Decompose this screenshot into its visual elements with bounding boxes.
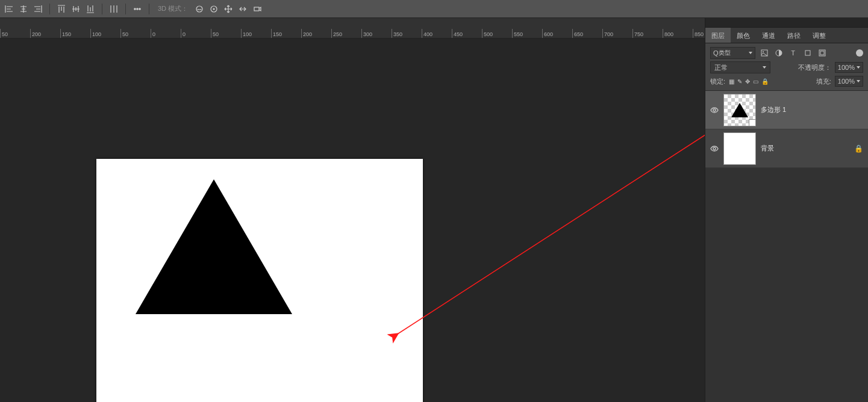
ruler-mark: 350 [392,29,422,39]
filter-image-icon[interactable] [759,48,770,58]
panel-tab-1[interactable]: 颜色 [731,28,756,43]
ruler-mark: 200 [30,29,60,39]
thumb-triangle [731,103,748,117]
svg-point-1 [137,8,138,9]
lock-transparency-icon[interactable]: ▦ [729,78,734,85]
visibility-eye-icon[interactable] [710,106,719,114]
ruler-mark: 50 [211,29,241,39]
3d-orbit-btn[interactable] [207,2,220,16]
panel-tab-2[interactable]: 通道 [756,28,781,43]
ruler-mark: 100 [241,29,271,39]
layer-thumbnail[interactable] [723,94,756,126]
ruler-mark: 700 [602,29,632,39]
filter-type-input[interactable] [719,50,749,57]
layer-list: 多边形 1背景🔒 [705,91,868,168]
panels-area: 图层颜色通道路径调整 Q T 正常 不透明度： 100% [705,18,868,402]
3d-rotate-btn[interactable] [193,2,206,16]
lock-paint-icon[interactable]: ✎ [737,78,742,85]
opacity-label: 不透明度： [798,63,831,72]
align-bottom-btn[interactable] [84,2,97,16]
shape-indicator-icon [749,119,756,126]
mode3d-label: 3D 模式： [158,4,188,13]
align-right-btn[interactable] [31,2,45,16]
lock-artboard-icon[interactable]: ▭ [753,78,758,85]
fill-label: 填充: [816,77,831,86]
lock-label: 锁定: [710,77,725,86]
ruler-horizontal: 5020015010050005010015020025030035040045… [0,29,705,39]
panel-tab-3[interactable]: 路径 [781,28,807,43]
ruler-mark: 150 [271,29,301,39]
layer-name-label[interactable]: 背景 [761,144,774,153]
svg-point-9 [763,51,764,52]
filter-shape-icon[interactable] [802,48,813,58]
document-canvas[interactable] [96,159,423,402]
lock-position-icon[interactable]: ✥ [745,78,750,85]
blend-mode-value: 正常 [714,63,728,72]
blend-mode-dropdown[interactable]: 正常 [710,61,770,73]
ruler-mark: 500 [482,29,512,39]
svg-point-2 [139,8,140,9]
panel-tabs: 图层颜色通道路径调整 [705,28,868,43]
layer-name-label[interactable]: 多边形 1 [761,105,786,114]
ruler-mark: 50 [120,29,151,39]
panel-tab-0[interactable]: 图层 [705,28,731,43]
ruler-mark: 50 [0,29,30,39]
filter-toggle[interactable] [856,49,863,57]
align-vcenter-btn[interactable] [69,2,83,16]
align-top-btn[interactable] [55,2,68,16]
filter-smart-icon[interactable] [817,48,828,58]
layer-item[interactable]: 多边形 1 [705,91,868,129]
ruler-mark: 0 [151,29,181,39]
more-options-btn[interactable] [131,2,144,16]
ruler-mark: 550 [512,29,542,39]
visibility-eye-icon[interactable] [710,144,719,153]
chevron-down-icon [763,66,766,69]
3d-pan-btn[interactable] [222,2,235,16]
3d-slide-btn[interactable] [236,2,249,16]
separator [102,4,102,14]
ruler-mark: 800 [663,29,693,39]
svg-point-0 [134,8,136,9]
lock-icon[interactable]: 🔒 [854,144,863,153]
panel-tab-4[interactable]: 调整 [807,28,832,43]
align-left-btn[interactable] [2,2,16,16]
ruler-mark: 300 [361,29,392,39]
opacity-value[interactable]: 100% [835,62,863,73]
svg-point-15 [713,147,716,150]
canvas-area[interactable] [0,39,705,402]
fill-value[interactable]: 100% [835,76,863,87]
separator [149,4,149,14]
filter-text-icon[interactable]: T [788,48,799,58]
layer-filter-type[interactable]: Q [710,47,755,59]
separator [49,4,50,14]
svg-point-14 [713,109,716,111]
layer-thumbnail[interactable] [723,132,756,165]
ruler-mark: 250 [331,29,361,39]
triangle-shape[interactable] [136,179,292,314]
ruler-mark: 850 [693,29,705,39]
ruler-mark: 450 [452,29,482,39]
svg-rect-11 [805,51,810,55]
ruler-mark: 750 [632,29,663,39]
svg-rect-6 [254,7,259,11]
panel-spacer [705,18,868,28]
svg-point-5 [213,8,214,10]
lock-icons: ▦ ✎ ✥ ▭ 🔒 [729,78,769,85]
svg-rect-13 [820,51,824,55]
separator [125,4,126,14]
ruler-mark: 100 [90,29,120,39]
chevron-down-icon [749,52,752,54]
ruler-mark: 400 [422,29,452,39]
3d-camera-btn[interactable] [251,2,264,16]
filter-adjust-icon[interactable] [773,48,784,58]
ruler-mark: 150 [60,29,90,39]
ruler-mark: 600 [542,29,572,39]
lock-all-icon[interactable]: 🔒 [761,78,769,85]
options-toolbar: 3D 模式： [0,0,868,18]
search-icon: Q [713,49,719,57]
chevron-down-icon [857,80,860,82]
align-center-btn[interactable] [17,2,30,16]
distribute-btn[interactable] [107,2,120,16]
ruler-mark: 200 [301,29,331,39]
layer-item[interactable]: 背景🔒 [705,129,868,168]
